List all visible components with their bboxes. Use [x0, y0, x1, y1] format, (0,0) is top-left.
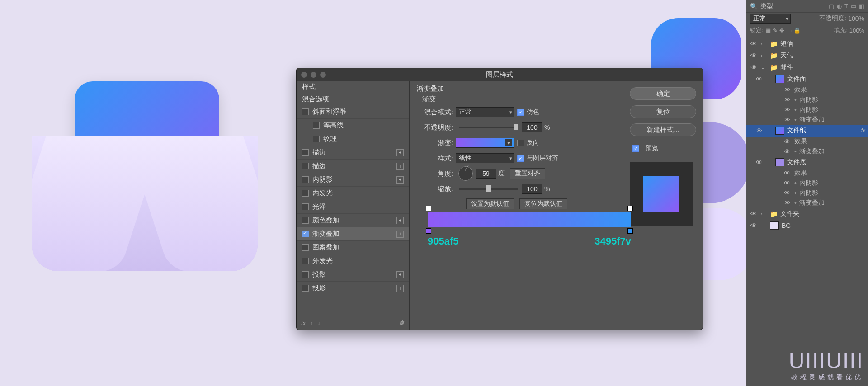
visibility-icon[interactable]: 👁: [783, 199, 792, 207]
visibility-icon[interactable]: 👁: [783, 189, 792, 197]
opacity-stop[interactable]: [426, 206, 431, 211]
style-item[interactable]: 内阴影+: [297, 173, 409, 187]
reset-default-button[interactable]: 复位为默认值: [519, 198, 567, 209]
layer-thumbnail[interactable]: [770, 221, 779, 230]
visibility-icon[interactable]: 👁: [749, 210, 758, 217]
visibility-icon[interactable]: 👁: [749, 40, 758, 47]
blend-options[interactable]: 混合选项: [297, 93, 409, 105]
angle-input[interactable]: 59: [476, 169, 496, 179]
visibility-icon[interactable]: 👁: [783, 148, 792, 155]
style-item[interactable]: 纹理: [297, 132, 409, 146]
layer-group[interactable]: 👁›📁天气: [746, 50, 868, 61]
preview-checkbox[interactable]: ✓: [632, 145, 639, 152]
reverse-checkbox[interactable]: [517, 140, 524, 146]
layer-thumbnail[interactable]: [775, 127, 784, 135]
cancel-button[interactable]: 复位: [630, 105, 696, 118]
lock-artboard-icon[interactable]: ▭: [786, 27, 792, 34]
layer-thumbnail[interactable]: [775, 158, 784, 166]
add-instance-icon[interactable]: +: [396, 163, 404, 170]
layer-item[interactable]: 👁文件面: [746, 73, 868, 85]
add-instance-icon[interactable]: +: [396, 176, 404, 184]
effect-item[interactable]: 👁•渐变叠加: [746, 146, 868, 156]
color-stop-left[interactable]: [426, 228, 431, 234]
visibility-icon[interactable]: 👁: [783, 86, 792, 94]
style-item[interactable]: 颜色叠加+: [297, 214, 409, 227]
style-select[interactable]: 线性: [456, 153, 514, 163]
color-stop-right[interactable]: [627, 228, 633, 234]
style-checkbox[interactable]: [302, 285, 309, 292]
style-item[interactable]: 投影+: [297, 282, 409, 295]
effects-header[interactable]: 👁效果: [746, 85, 868, 95]
layer-item[interactable]: 👁文件纸fx: [746, 125, 868, 137]
visibility-icon[interactable]: 👁: [783, 106, 792, 113]
layer-blend-select[interactable]: 正常: [750, 14, 791, 24]
effect-item[interactable]: 👁•内阴影: [746, 95, 868, 105]
opacity-input[interactable]: 100: [522, 122, 542, 132]
effect-item[interactable]: 👁•内阴影: [746, 105, 868, 115]
add-instance-icon[interactable]: +: [396, 149, 404, 156]
fx-menu[interactable]: fx: [301, 320, 306, 326]
window-controls[interactable]: [301, 72, 326, 78]
visibility-icon[interactable]: 👁: [749, 52, 758, 59]
style-item[interactable]: 渐变叠加+: [297, 227, 409, 241]
opacity-stop[interactable]: [627, 206, 633, 211]
gradient-bar[interactable]: [428, 212, 631, 227]
effect-item[interactable]: 👁•内阴影: [746, 178, 868, 188]
effects-header[interactable]: 👁效果: [746, 137, 868, 146]
visibility-icon[interactable]: 👁: [755, 127, 764, 134]
disclosure-icon[interactable]: ›: [761, 53, 767, 58]
style-item[interactable]: 描边+: [297, 146, 409, 160]
style-item[interactable]: 光泽: [297, 200, 409, 214]
style-item[interactable]: 外发光: [297, 254, 409, 268]
layer-group[interactable]: 👁⌄📁邮件: [746, 61, 868, 73]
add-instance-icon[interactable]: +: [396, 217, 404, 224]
new-style-button[interactable]: 新建样式...: [630, 123, 696, 136]
lock-trans-icon[interactable]: ▦: [765, 27, 771, 34]
fx-badge[interactable]: fx: [861, 127, 865, 134]
style-checkbox[interactable]: [302, 176, 309, 183]
style-item[interactable]: 图案叠加: [297, 241, 409, 254]
blend-mode-select[interactable]: 正常: [456, 107, 514, 117]
opacity-slider[interactable]: [459, 127, 518, 128]
style-checkbox[interactable]: [302, 108, 309, 115]
lock-all-icon[interactable]: 🔒: [793, 27, 801, 34]
scale-slider[interactable]: [459, 188, 518, 190]
ok-button[interactable]: 确定: [630, 87, 696, 100]
style-checkbox[interactable]: [302, 149, 309, 156]
add-instance-icon[interactable]: +: [396, 231, 404, 238]
style-checkbox[interactable]: [302, 203, 309, 210]
layer-opacity-value[interactable]: 100%: [848, 15, 864, 22]
scale-input[interactable]: 100: [522, 184, 542, 194]
gradient-swatch[interactable]: [456, 138, 514, 148]
move-down-icon[interactable]: ↓: [318, 320, 321, 326]
style-checkbox[interactable]: [302, 244, 309, 251]
reset-align-button[interactable]: 重置对齐: [510, 168, 545, 179]
style-checkbox[interactable]: [302, 231, 309, 237]
style-item[interactable]: 斜面和浮雕: [297, 105, 409, 119]
style-checkbox[interactable]: [302, 271, 309, 278]
disclosure-icon[interactable]: ›: [761, 211, 767, 217]
style-item[interactable]: 描边+: [297, 160, 409, 173]
filter-pixel-icon[interactable]: ▢: [829, 3, 834, 9]
search-icon[interactable]: 🔍: [750, 3, 758, 10]
filter-type-icon[interactable]: T: [844, 3, 848, 9]
style-item[interactable]: 内发光: [297, 187, 409, 200]
visibility-icon[interactable]: 👁: [749, 64, 758, 71]
effect-item[interactable]: 👁•渐变叠加: [746, 115, 868, 125]
layer-group[interactable]: 👁›📁短信: [746, 38, 868, 50]
effect-item[interactable]: 👁•内阴影: [746, 188, 868, 198]
set-default-button[interactable]: 设置为默认值: [466, 198, 514, 209]
filter-adjust-icon[interactable]: ◐: [837, 3, 842, 9]
lock-move-icon[interactable]: ✥: [779, 27, 784, 34]
style-checkbox[interactable]: [302, 258, 309, 264]
visibility-icon[interactable]: 👁: [783, 179, 792, 187]
angle-dial[interactable]: [458, 166, 473, 181]
visibility-icon[interactable]: 👁: [749, 222, 758, 229]
disclosure-icon[interactable]: ⌄: [761, 65, 767, 71]
style-checkbox[interactable]: [302, 217, 309, 224]
dialog-titlebar[interactable]: 图层样式: [297, 68, 703, 81]
filter-shape-icon[interactable]: ▭: [851, 3, 856, 9]
disclosure-icon[interactable]: ›: [761, 41, 767, 47]
align-checkbox[interactable]: ✓: [517, 155, 524, 162]
layer-item[interactable]: 👁文件底: [746, 156, 868, 168]
